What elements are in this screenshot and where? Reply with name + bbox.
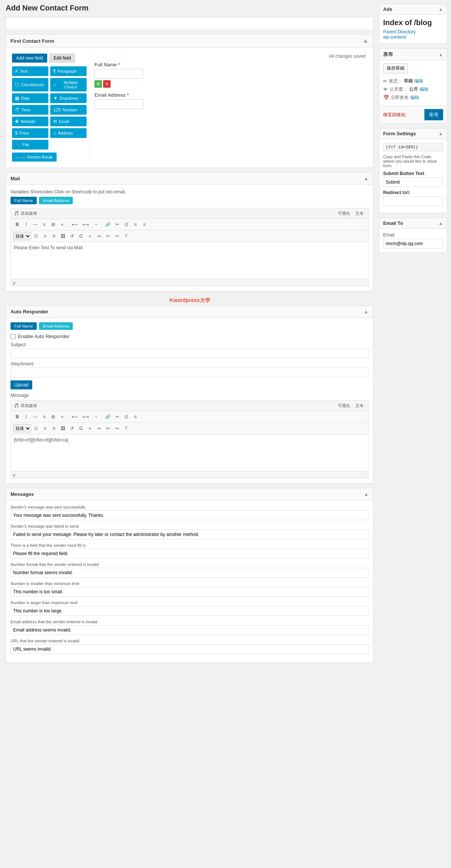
link-btn[interactable]: 🔗 [103, 220, 112, 229]
text-color-btn[interactable]: A [50, 232, 58, 240]
align-center-btn[interactable]: ⟷ [81, 220, 91, 229]
justify-btn[interactable]: ≡ [41, 232, 49, 240]
strikethrough-btn[interactable]: — [31, 220, 39, 229]
align-left-btn[interactable]: ⟵ [70, 220, 80, 229]
publish-panel-collapse-icon[interactable]: ▲ [438, 52, 443, 57]
insert-more-btn[interactable]: ⊡ [122, 220, 130, 229]
field-btn-paragraph[interactable]: ¶ Paragraph [50, 66, 87, 76]
field-btn-checkboxes[interactable]: ☐ Checkboxes [12, 78, 48, 91]
ar-bold-btn[interactable]: B [13, 413, 21, 421]
ar-special-char-btn[interactable]: ↺ [68, 424, 76, 433]
field-delete-btn[interactable]: ✕ [103, 80, 111, 88]
form-settings-code[interactable]: [fcf id=3891] [383, 143, 443, 151]
ar-undo-btn[interactable]: ↩ [104, 424, 112, 433]
outdent-btn[interactable]: ⇒ [95, 232, 103, 240]
field-btn-number[interactable]: 123 Number [50, 105, 87, 115]
mail-visual-view-btn[interactable]: 可视化 [336, 210, 352, 217]
publish-time-edit-link[interactable]: 编辑 [410, 94, 419, 101]
form-builder-collapse-icon[interactable]: ▲ [363, 37, 369, 44]
var-btn-full-name[interactable]: Full Name [10, 197, 37, 204]
ar-italic-btn[interactable]: I [22, 413, 30, 421]
submit-button-text-input[interactable] [383, 177, 443, 187]
ol-btn[interactable]: ⊞ [49, 220, 57, 229]
mail-panel-collapse-icon[interactable]: ▲ [364, 176, 369, 181]
ar-add-media-btn[interactable]: 🎵 添加媒体 [14, 403, 37, 409]
message-input-2[interactable] [10, 549, 369, 558]
ar-indent-btn[interactable]: » [86, 424, 94, 433]
insert-image-btn[interactable]: 🖼 [59, 232, 67, 240]
add-new-field-tab[interactable]: Add new field [12, 54, 47, 63]
save-draft-button[interactable]: 保存草稿 [383, 63, 408, 73]
ar-editor-body[interactable]: [fcfid=c6][fcfid=c6][fcfid=ca] [10, 434, 369, 471]
wp-content-link[interactable]: wp-content/ [383, 34, 443, 40]
ar-link-btn[interactable]: 🔗 [103, 413, 112, 421]
message-input-4[interactable] [10, 587, 369, 597]
ar-visual-view-btn[interactable]: 可视化 [336, 402, 352, 409]
message-input-5[interactable] [10, 606, 369, 616]
edit-field-tab[interactable]: Edit field [49, 54, 75, 63]
field-btn-time[interactable]: ⏱ Time [12, 105, 48, 115]
ar-outdent-btn[interactable]: ⇒ [95, 424, 103, 433]
mail-editor-body[interactable]: Please Enter Text To send via Mail. [10, 242, 369, 279]
status-edit-link[interactable]: 编辑 [414, 78, 423, 84]
move-trash-link[interactable]: 移至回收站 [383, 112, 406, 118]
field-btn-text[interactable]: A Text [12, 66, 48, 76]
ar-text-color-btn[interactable]: A [50, 424, 58, 433]
ar-insert-image-btn[interactable]: 🖼 [59, 424, 67, 433]
enable-auto-responder-checkbox[interactable] [10, 334, 16, 339]
full-name-input[interactable] [94, 69, 143, 79]
ar-redo-btn[interactable]: ↪ [113, 424, 121, 433]
ar-help-btn[interactable]: ? [122, 424, 130, 433]
publish-button[interactable]: 发布 [424, 109, 443, 120]
visibility-edit-link[interactable]: 编辑 [420, 86, 429, 93]
field-settings-btn[interactable]: ⚙ [94, 80, 102, 88]
indent-btn[interactable]: » [86, 232, 94, 240]
messages-panel-collapse-icon[interactable]: ▲ [364, 491, 369, 497]
ar-paragraph-select[interactable]: 段落 [13, 424, 31, 433]
redirect-url-input[interactable] [383, 196, 443, 206]
enable-auto-responder-label[interactable]: Enable Auto Responder [18, 334, 69, 339]
ar-omega-btn[interactable]: Ω [77, 424, 85, 433]
upload-button[interactable]: Upload [10, 380, 32, 389]
message-input-1[interactable] [10, 530, 369, 539]
field-btn-website[interactable]: ✤ Website [12, 117, 48, 126]
attachment-input[interactable] [10, 368, 369, 377]
ar-align-left-btn[interactable]: ⟵ [70, 413, 80, 421]
var-btn-email-address[interactable]: Email Address [39, 197, 73, 204]
ar-unlink-btn[interactable]: ✂ [113, 413, 121, 421]
special-char-btn[interactable]: ↺ [68, 232, 76, 240]
ar-align-center-btn[interactable]: ⟷ [81, 413, 91, 421]
mail-add-media-btn[interactable]: 🎵 添加媒体 [14, 211, 37, 216]
ar-justify-btn[interactable]: ≡ [41, 424, 49, 433]
message-input-7[interactable] [10, 644, 369, 654]
ads-panel-collapse-icon[interactable]: ▲ [438, 6, 443, 12]
help-btn[interactable]: ? [122, 232, 130, 240]
email-address-input[interactable] [94, 99, 143, 109]
ar-underline-btn[interactable]: U [32, 424, 40, 433]
omega-btn[interactable]: Ω [77, 232, 85, 240]
ar-align-right-btn[interactable]: → [91, 413, 100, 421]
undo-btn[interactable]: ↩ [104, 232, 112, 240]
paragraph-select[interactable]: 段落 [13, 232, 31, 240]
redo-btn[interactable]: ↪ [113, 232, 121, 240]
ar-var-btn-email-address[interactable]: Email Address [39, 322, 73, 330]
toolbar-toggle-btn[interactable]: ≡ [140, 220, 148, 229]
ar-strikethrough-btn[interactable]: — [31, 413, 39, 421]
auto-responder-collapse-icon[interactable]: ▲ [364, 309, 369, 314]
section-break-button[interactable]: — — Section Break [12, 153, 57, 162]
subject-input[interactable] [10, 349, 369, 358]
unlink-btn[interactable]: ✂ [113, 220, 121, 229]
ar-text-view-btn[interactable]: 文本 [354, 402, 365, 409]
parent-dir-link[interactable]: Parent Directory [383, 29, 443, 34]
form-settings-collapse-icon[interactable]: ▲ [438, 131, 443, 136]
blockquote-btn[interactable]: « [58, 220, 66, 229]
ar-ul-btn[interactable]: ≡ [40, 413, 48, 421]
email-to-input[interactable] [383, 239, 443, 248]
field-btn-email[interactable]: ✉ Email [50, 117, 87, 126]
underline-btn[interactable]: U [32, 232, 40, 240]
field-btn-file[interactable]: 📎 File [12, 140, 48, 150]
ar-insert-more-btn[interactable]: ⊡ [122, 413, 130, 421]
bold-btn[interactable]: B [13, 220, 21, 229]
message-input-0[interactable] [10, 510, 369, 520]
ar-blockquote-btn[interactable]: « [58, 413, 66, 421]
